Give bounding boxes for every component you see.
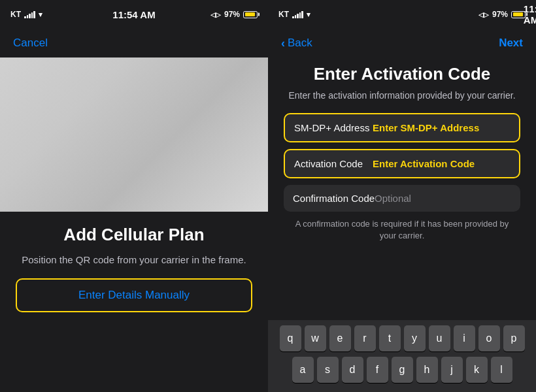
camera-viewfinder <box>0 57 268 212</box>
smdp-placeholder: Enter SM-DP+ Address <box>373 122 510 133</box>
key-w[interactable]: w <box>305 325 326 351</box>
battery-icon-right <box>511 11 526 18</box>
keyboard-row-1: q w e r t y u i o p <box>271 325 533 351</box>
key-d[interactable]: d <box>342 357 363 383</box>
status-left-left: KT ▾ <box>10 10 42 19</box>
activation-placeholder: Enter Activation Code <box>373 158 510 169</box>
keyboard-row-2: a s d f g h j k l <box>271 357 533 383</box>
cancel-button[interactable]: Cancel <box>13 37 48 50</box>
location-icon-left: ◁▷ <box>210 11 221 18</box>
nav-bar-right: ‹ Back Next <box>268 29 536 57</box>
key-q[interactable]: q <box>280 325 301 351</box>
status-left-right: KT ▾ <box>278 10 310 19</box>
activation-code-field[interactable]: Activation Code Enter Activation Code <box>284 149 520 178</box>
page-subtitle-left: Position the QR code from your carrier i… <box>22 253 246 267</box>
nav-bar-left: Cancel <box>0 29 268 57</box>
wifi-icon-right: ▾ <box>307 10 310 19</box>
key-j[interactable]: j <box>441 357 463 383</box>
status-right-left: ◁▷ 97% <box>210 10 258 19</box>
page-title-left: Add Cellular Plan <box>63 225 204 245</box>
key-t[interactable]: t <box>379 325 401 351</box>
content-right: Enter Activation Code Enter the activati… <box>268 57 536 248</box>
next-button[interactable]: Next <box>499 37 523 50</box>
bottom-section-left: Add Cellular Plan Position the QR code f… <box>0 212 268 392</box>
key-i[interactable]: i <box>454 325 475 351</box>
confirmation-helper-text: A confirmation code is required if it ha… <box>284 218 520 242</box>
confirmation-code-field[interactable]: Confirmation Code Optional <box>284 185 520 212</box>
battery-pct-right: 97% <box>492 10 508 19</box>
time-left: 11:54 AM <box>112 9 155 20</box>
status-bar-left: KT ▾ 11:54 AM ◁▷ 97% <box>0 0 268 29</box>
signal-icon-left <box>24 10 35 18</box>
key-p[interactable]: p <box>503 325 525 351</box>
confirmation-placeholder: Optional <box>375 193 511 204</box>
smdp-address-field[interactable]: SM-DP+ Address Enter SM-DP+ Address <box>284 113 520 142</box>
key-s[interactable]: s <box>317 357 339 383</box>
chevron-left-icon: ‹ <box>281 37 285 50</box>
battery-pct-left: 97% <box>224 10 240 19</box>
keyboard: q w e r t y u i o p a s d f g h j k l <box>268 320 536 392</box>
back-button[interactable]: ‹ Back <box>281 37 312 50</box>
key-h[interactable]: h <box>416 357 438 383</box>
confirmation-label: Confirmation Code <box>293 193 375 204</box>
key-a[interactable]: a <box>292 357 314 383</box>
key-u[interactable]: u <box>429 325 450 351</box>
page-subtitle-right: Enter the activation information provide… <box>284 90 520 103</box>
back-label: Back <box>288 37 312 50</box>
signal-icon-right <box>292 10 303 18</box>
wifi-icon-left: ▾ <box>39 10 42 19</box>
right-panel: KT ▾ 11:54 AM ◁▷ 97% ‹ Back Next <box>268 0 536 392</box>
carrier-left: KT <box>10 10 21 19</box>
status-bar-right: KT ▾ 11:54 AM ◁▷ 97% <box>268 0 536 29</box>
activation-label: Activation Code <box>294 158 373 169</box>
battery-icon-left <box>243 11 258 18</box>
carrier-right: KT <box>278 10 289 19</box>
key-f[interactable]: f <box>367 357 388 383</box>
key-o[interactable]: o <box>478 325 500 351</box>
key-e[interactable]: e <box>329 325 351 351</box>
key-g[interactable]: g <box>392 357 413 383</box>
key-r[interactable]: r <box>354 325 376 351</box>
location-icon-right: ◁▷ <box>478 11 489 18</box>
key-y[interactable]: y <box>404 325 426 351</box>
key-k[interactable]: k <box>466 357 488 383</box>
enter-details-button[interactable]: Enter Details Manually <box>16 278 252 312</box>
key-l[interactable]: l <box>491 357 512 383</box>
left-panel: KT ▾ 11:54 AM ◁▷ 97% Cancel Add Cellular <box>0 0 268 392</box>
page-title-right: Enter Activation Code <box>284 64 520 84</box>
status-right-right: ◁▷ 97% <box>478 10 526 19</box>
smdp-label: SM-DP+ Address <box>294 122 373 133</box>
